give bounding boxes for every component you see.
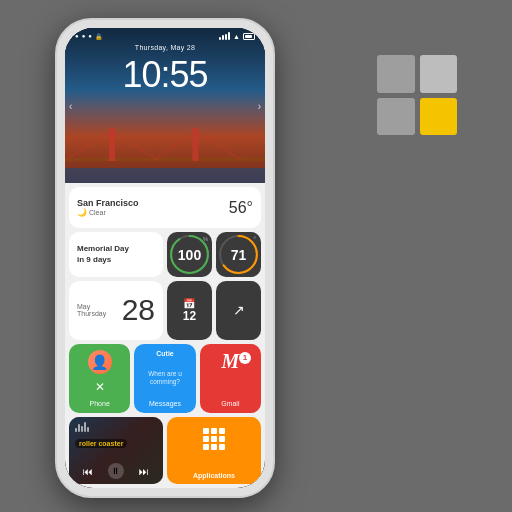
app-dot-4	[203, 436, 209, 442]
widgets-grid: San Francisco 🌙 Clear 56° Memorial Day i…	[65, 183, 265, 488]
svg-line-7	[195, 131, 241, 160]
gmail-logo: M	[221, 350, 239, 373]
equalizer-icon	[75, 422, 157, 432]
message-preview: When are u comming?	[138, 370, 191, 386]
apps-grid-icon	[203, 428, 225, 450]
temp-widget[interactable]: 71 °	[216, 232, 261, 277]
pause-icon: ⏸	[111, 466, 120, 476]
memorial-line2: in 9 days	[77, 255, 155, 265]
signal-icon	[219, 32, 230, 40]
phone-app-label: Phone	[90, 400, 110, 407]
logo-cell-4	[420, 98, 458, 136]
weekday-label: Thursday	[77, 310, 106, 317]
svg-line-4	[65, 131, 112, 160]
app-dot-9	[219, 444, 225, 450]
date-number: 28	[122, 293, 155, 327]
gmail-app-widget[interactable]: M 1 Gmail	[200, 344, 261, 413]
apps-row: 👤 ✕ Phone Cutie When are u comming? Mess…	[69, 344, 261, 413]
cal-number: 12	[183, 309, 196, 323]
bottom-row: roller coaster ⏮ ⏸ ⏭	[69, 417, 261, 484]
app-dot-7	[203, 444, 209, 450]
app-dot-5	[211, 436, 217, 442]
svg-line-5	[112, 131, 158, 160]
nav-arrows: ‹ ›	[65, 100, 265, 111]
messages-app-label: Messages	[149, 400, 181, 407]
gmail-badge: 1	[239, 352, 251, 364]
arrow-right-icon: ›	[258, 100, 261, 111]
date-widget[interactable]: May Thursday 28	[69, 281, 163, 339]
clock-time: 10:55	[65, 54, 265, 96]
music-controls: ⏮ ⏸ ⏭	[75, 463, 157, 479]
applications-label: Applications	[193, 472, 235, 479]
calendar-icon: 📅	[183, 298, 195, 309]
svg-line-6	[153, 131, 195, 160]
message-sender: Cutie	[156, 350, 174, 357]
moon-icon: 🌙	[77, 208, 87, 217]
applications-widget[interactable]: Applications	[167, 417, 261, 484]
pause-button[interactable]: ⏸	[108, 463, 124, 479]
app-dot-6	[219, 436, 225, 442]
svg-point-9	[171, 236, 208, 273]
missed-call-icon: ✕	[95, 380, 105, 394]
hero-image: ● ● ● 🔒 ▲	[65, 28, 265, 183]
arrow-left-icon: ‹	[69, 100, 72, 111]
svg-rect-0	[65, 168, 265, 183]
svg-rect-1	[65, 158, 265, 161]
phone-app-widget[interactable]: 👤 ✕ Phone	[69, 344, 130, 413]
memorial-line1: Memorial Day	[77, 244, 155, 254]
prev-track-icon[interactable]: ⏮	[83, 466, 93, 477]
phone: ● ● ● 🔒 ▲	[55, 18, 275, 498]
app-dot-2	[211, 428, 217, 434]
battery-icon	[243, 33, 255, 40]
music-widget[interactable]: roller coaster ⏮ ⏸ ⏭	[69, 417, 163, 484]
battery-widget[interactable]: 100 %	[167, 232, 212, 277]
calendar-widget[interactable]: 📅 12	[167, 281, 212, 339]
scene: ● ● ● 🔒 ▲	[0, 0, 512, 512]
app-dot-1	[203, 428, 209, 434]
logo-cell-1	[377, 55, 415, 93]
city-name: San Francisco	[77, 198, 139, 208]
memorial-widget[interactable]: Memorial Day in 9 days	[69, 232, 163, 277]
weather-condition: Clear	[89, 209, 106, 216]
gmail-app-label: Gmail	[221, 400, 239, 407]
status-bar: ● ● ● 🔒 ▲	[65, 28, 265, 44]
next-track-icon[interactable]: ⏭	[139, 466, 149, 477]
contact-avatar: 👤	[88, 350, 112, 374]
logo	[377, 55, 457, 135]
logo-cell-2	[420, 55, 458, 93]
status-date: Thursday, May 28	[65, 44, 265, 51]
temperature-display: 56°	[229, 199, 253, 217]
svg-rect-2	[109, 128, 115, 161]
month-label: May	[77, 303, 106, 310]
messages-app-widget[interactable]: Cutie When are u comming? Messages	[134, 344, 195, 413]
lock-icon: 🔒	[95, 33, 102, 40]
weather-widget[interactable]: San Francisco 🌙 Clear 56°	[69, 187, 261, 228]
arrow-widget[interactable]: ↗	[216, 281, 261, 339]
phone-screen: ● ● ● 🔒 ▲	[65, 28, 265, 488]
cursor-icon: ↗	[233, 302, 245, 318]
right-mid-widgets: 📅 12 ↗	[167, 281, 261, 339]
right-top-widgets: 100 % 71 °	[167, 232, 261, 277]
app-dot-8	[211, 444, 217, 450]
app-dot-3	[219, 428, 225, 434]
logo-cell-3	[377, 98, 415, 136]
music-track-name: roller coaster	[75, 439, 127, 448]
